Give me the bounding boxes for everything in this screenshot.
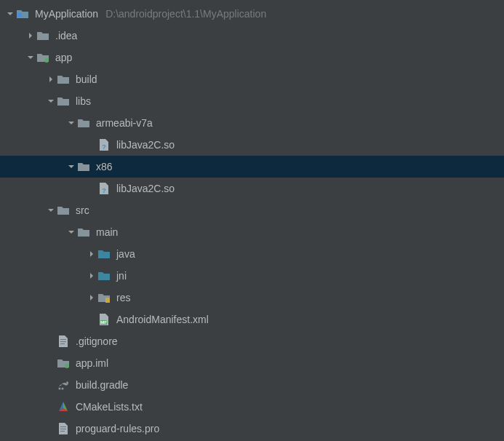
folder-icon (77, 160, 90, 173)
tree-item-label: .gitignore (76, 335, 118, 347)
tree-item-label: libJava2C.so (116, 183, 175, 194)
cmake-file-icon (57, 400, 70, 413)
svg-rect-4 (105, 298, 110, 303)
svg-rect-14 (60, 429, 66, 429)
chevron-right-icon[interactable] (86, 272, 97, 279)
svg-point-10 (65, 364, 69, 368)
svg-text:?: ? (102, 143, 106, 151)
chevron-right-icon[interactable] (86, 250, 97, 258)
resource-folder-icon (97, 291, 111, 304)
tree-item-label: libs (76, 95, 91, 107)
tree-item-label: app (55, 52, 72, 63)
module-folder-icon (36, 51, 49, 64)
svg-text:?: ? (102, 187, 106, 194)
chevron-right-icon[interactable] (86, 294, 97, 301)
svg-rect-9 (60, 343, 65, 344)
svg-rect-7 (60, 339, 66, 340)
tree-item-label: java (116, 248, 135, 260)
tree-row[interactable]: .idea (0, 25, 504, 47)
source-folder-icon (97, 247, 111, 261)
tree-item-label: res (116, 292, 130, 303)
folder-icon (57, 204, 70, 217)
tree-row[interactable]: ?libJava2C.so (0, 178, 504, 199)
tree-row[interactable]: jni (0, 265, 504, 287)
tree-row[interactable]: java (0, 243, 504, 265)
chevron-right-icon[interactable] (45, 76, 57, 83)
svg-rect-15 (60, 431, 65, 432)
tree-row[interactable]: armeabi-v7a (0, 112, 504, 134)
source-folder-icon (97, 269, 111, 282)
chevron-down-icon[interactable] (25, 54, 36, 61)
tree-row[interactable]: src (0, 199, 504, 221)
tree-row[interactable]: app.iml (0, 352, 504, 374)
chevron-down-icon[interactable] (45, 207, 57, 214)
chevron-down-icon[interactable] (65, 229, 77, 236)
tree-row[interactable]: ?libJava2C.so (0, 134, 504, 156)
tree-row[interactable]: proguard-rules.pro (0, 418, 504, 440)
folder-icon (57, 73, 70, 86)
folder-icon (77, 116, 90, 130)
tree-item-label: .idea (55, 30, 77, 41)
chevron-down-icon[interactable] (45, 98, 57, 105)
tree-item-label: AndroidManifest.xml (116, 314, 209, 325)
tree-item-label: build (76, 74, 97, 85)
tree-item-label: x86 (96, 161, 113, 172)
tree-row[interactable]: main (0, 221, 504, 243)
tree-item-label: MyApplication (35, 8, 98, 20)
svg-rect-8 (60, 341, 66, 342)
tree-row[interactable]: build.gradle (0, 374, 504, 396)
tree-item-label: proguard-rules.pro (76, 423, 159, 434)
manifest-file-icon: MF (97, 313, 111, 326)
folder-icon (57, 95, 70, 108)
svg-point-11 (59, 388, 61, 390)
tree-row[interactable]: res (0, 287, 504, 309)
tree-row[interactable]: x86 (0, 156, 504, 178)
chevron-right-icon[interactable] (25, 32, 36, 39)
tree-item-label: CMakeLists.txt (76, 401, 143, 413)
tree-item-path: D:\androidproject\1.1\MyApplication (105, 8, 266, 20)
tree-item-label: src (76, 204, 89, 216)
svg-point-1 (44, 58, 49, 63)
project-tree: MyApplicationD:\androidproject\1.1\MyApp… (0, 0, 504, 440)
tree-row[interactable]: MFAndroidManifest.xml (0, 309, 504, 330)
tree-item-label: build.gradle (76, 379, 128, 391)
svg-rect-0 (17, 13, 22, 17)
unknown-file-icon: ? (97, 138, 111, 151)
svg-point-12 (62, 388, 64, 390)
iml-file-icon (57, 357, 70, 370)
folder-icon (77, 226, 90, 239)
project-folder-icon (16, 7, 29, 20)
svg-rect-13 (60, 426, 66, 427)
tree-row[interactable]: MyApplicationD:\androidproject\1.1\MyApp… (0, 3, 504, 25)
tree-row[interactable]: .gitignore (0, 330, 504, 352)
tree-row[interactable]: CMakeLists.txt (0, 396, 504, 418)
tree-item-label: armeabi-v7a (96, 117, 153, 129)
chevron-down-icon[interactable] (65, 119, 77, 127)
text-file-icon (57, 422, 70, 435)
tree-row[interactable]: build (0, 68, 504, 90)
folder-icon (36, 29, 49, 42)
tree-row[interactable]: app (0, 47, 504, 68)
text-file-icon (57, 335, 70, 348)
tree-item-label: main (96, 226, 118, 238)
tree-row[interactable]: libs (0, 90, 504, 112)
gradle-file-icon (57, 378, 70, 392)
chevron-down-icon[interactable] (65, 163, 77, 170)
svg-text:MF: MF (100, 320, 107, 325)
chevron-down-icon[interactable] (4, 10, 16, 17)
tree-item-label: libJava2C.so (116, 139, 175, 151)
tree-item-label: app.iml (76, 357, 108, 369)
unknown-file-icon: ? (97, 182, 111, 195)
tree-item-label: jni (116, 270, 127, 282)
